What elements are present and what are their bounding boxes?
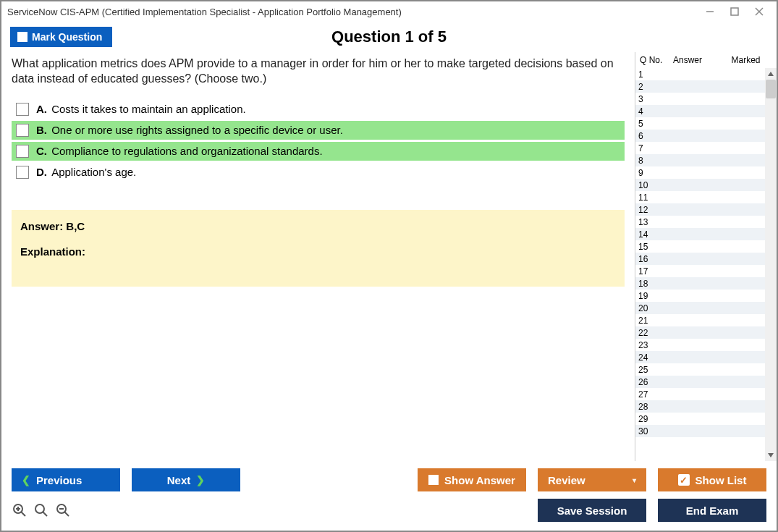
sidebar-row[interactable]: 7 xyxy=(635,142,777,154)
sidebar-row[interactable]: 4 xyxy=(635,105,777,117)
sidebar-rows: 1234567891011121314151617181920212223242… xyxy=(635,68,777,461)
sidebar-row[interactable]: 2 xyxy=(635,80,777,93)
choice-row[interactable]: B. One or more use rights assigned to a … xyxy=(12,121,625,140)
next-button[interactable]: Next ❯ xyxy=(132,468,240,491)
sidebar-row[interactable]: 8 xyxy=(635,154,777,166)
row-number: 30 xyxy=(635,426,657,436)
sidebar-row[interactable]: 3 xyxy=(635,93,777,105)
sidebar-row[interactable]: 20 xyxy=(635,302,777,314)
row-number: 13 xyxy=(635,217,657,227)
sidebar-header: Q No. Answer Marked xyxy=(635,52,777,68)
sidebar-row[interactable]: 5 xyxy=(635,117,777,130)
sidebar-row[interactable]: 28 xyxy=(635,400,777,413)
sidebar-row[interactable]: 15 xyxy=(635,240,777,253)
svg-line-13 xyxy=(65,512,69,517)
svg-line-7 xyxy=(22,512,26,517)
sidebar-row[interactable]: 10 xyxy=(635,179,777,191)
choice-checkbox[interactable] xyxy=(16,124,29,137)
question-number-label: Question 1 of 5 xyxy=(331,28,447,46)
zoom-icon[interactable] xyxy=(33,502,49,518)
zoom-out-icon[interactable] xyxy=(55,502,71,518)
sidebar-row[interactable]: 21 xyxy=(635,314,777,326)
sidebar-row[interactable]: 6 xyxy=(635,130,777,142)
scrollbar-thumb[interactable] xyxy=(766,80,776,98)
footer: ❮ Previous Next ❯ Show Answer Review ▾ ✓… xyxy=(1,461,777,531)
review-label: Review xyxy=(548,474,585,486)
question-content: What application metrics does APM provid… xyxy=(1,52,635,461)
sidebar-row[interactable]: 16 xyxy=(635,253,777,265)
col-marked: Marked xyxy=(716,55,775,65)
end-exam-label: End Exam xyxy=(686,504,739,517)
col-qno: Q No. xyxy=(637,55,673,65)
sidebar-row[interactable]: 1 xyxy=(635,68,777,80)
row-number: 27 xyxy=(635,389,657,400)
end-exam-button[interactable]: End Exam xyxy=(658,499,766,522)
row-number: 16 xyxy=(635,254,657,264)
sidebar-row[interactable]: 23 xyxy=(635,339,777,351)
sidebar-row[interactable]: 26 xyxy=(635,376,777,388)
sidebar-row[interactable]: 18 xyxy=(635,277,777,290)
sidebar-row[interactable]: 9 xyxy=(635,166,777,179)
row-number: 18 xyxy=(635,279,657,289)
close-icon[interactable] xyxy=(753,6,765,17)
sidebar-row[interactable]: 25 xyxy=(635,363,777,376)
sidebar-row[interactable]: 27 xyxy=(635,388,777,400)
row-number: 3 xyxy=(635,94,657,104)
row-number: 1 xyxy=(635,69,657,80)
row-number: 9 xyxy=(635,168,657,178)
row-number: 29 xyxy=(635,414,657,424)
row-number: 23 xyxy=(635,340,657,350)
row-number: 10 xyxy=(635,180,657,190)
chevron-left-icon: ❮ xyxy=(22,474,30,486)
sidebar-row[interactable]: 13 xyxy=(635,216,777,228)
choice-row[interactable]: C. Compliance to regulations and organiz… xyxy=(12,142,625,161)
row-number: 26 xyxy=(635,377,657,387)
sidebar-row[interactable]: 22 xyxy=(635,326,777,339)
scrollbar-track[interactable] xyxy=(765,68,777,461)
sidebar-row[interactable]: 17 xyxy=(635,265,777,277)
answer-line: Answer: B,C xyxy=(20,220,616,232)
row-number: 12 xyxy=(635,205,657,215)
sidebar-row[interactable]: 24 xyxy=(635,351,777,363)
svg-marker-5 xyxy=(768,453,774,457)
zoom-in-icon[interactable] xyxy=(12,502,28,518)
choice-checkbox[interactable] xyxy=(16,166,29,179)
chevron-right-icon: ❯ xyxy=(196,474,205,486)
maximize-icon[interactable] xyxy=(729,6,740,17)
sidebar-row[interactable]: 11 xyxy=(635,191,777,203)
next-label: Next xyxy=(167,474,191,486)
choice-text: D. Application's age. xyxy=(36,166,136,178)
choice-checkbox[interactable] xyxy=(16,145,29,158)
choice-checkbox[interactable] xyxy=(16,103,29,116)
review-button[interactable]: Review ▾ xyxy=(538,468,646,491)
scroll-up-icon[interactable] xyxy=(765,68,777,80)
svg-line-11 xyxy=(43,512,48,517)
sidebar-row[interactable]: 29 xyxy=(635,413,777,425)
save-session-button[interactable]: Save Session xyxy=(538,499,646,522)
row-number: 7 xyxy=(635,143,657,153)
sidebar-row[interactable]: 19 xyxy=(635,290,777,302)
row-number: 25 xyxy=(635,365,657,375)
minimize-icon[interactable] xyxy=(704,6,716,17)
previous-button[interactable]: ❮ Previous xyxy=(12,468,120,491)
svg-rect-1 xyxy=(731,8,738,15)
sidebar-row[interactable]: 14 xyxy=(635,228,777,240)
question-text: What application metrics does APM provid… xyxy=(12,56,625,87)
show-answer-label: Show Answer xyxy=(444,474,515,486)
answer-box: Answer: B,C Explanation: xyxy=(12,210,625,287)
caret-down-icon: ▾ xyxy=(633,476,636,484)
row-number: 28 xyxy=(635,402,657,412)
show-list-button[interactable]: ✓ Show List xyxy=(658,468,766,491)
row-number: 14 xyxy=(635,229,657,240)
row-number: 8 xyxy=(635,156,657,166)
mark-question-label: Mark Question xyxy=(32,31,102,43)
header-row: Mark Question Question 1 of 5 xyxy=(1,22,777,52)
sidebar-row[interactable]: 12 xyxy=(635,203,777,216)
scroll-down-icon[interactable] xyxy=(765,449,777,461)
mark-question-button[interactable]: Mark Question xyxy=(10,27,112,47)
row-number: 19 xyxy=(635,291,657,301)
choice-row[interactable]: D. Application's age. xyxy=(12,163,625,182)
choice-row[interactable]: A. Costs it takes to maintain an applica… xyxy=(12,100,625,119)
sidebar-row[interactable]: 30 xyxy=(635,425,777,437)
show-answer-button[interactable]: Show Answer xyxy=(418,468,526,491)
